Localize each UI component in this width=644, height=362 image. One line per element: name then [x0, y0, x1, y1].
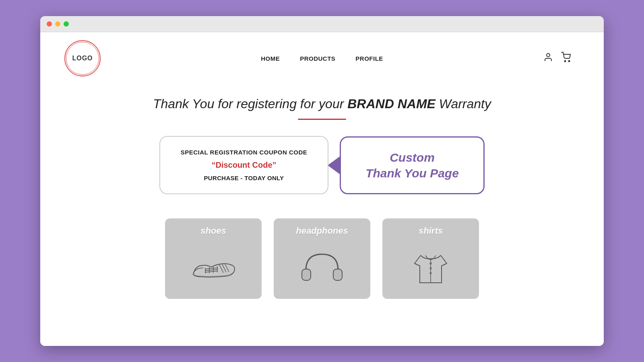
svg-point-2	[569, 61, 570, 62]
product-label-shirts: shirts	[419, 226, 443, 236]
coupon-box: SPECIAL REGISTRATION COUPON CODE “Discou…	[159, 136, 328, 194]
promo-row: SPECIAL REGISTRATION COUPON CODE “Discou…	[72, 136, 572, 194]
nav-icons	[543, 52, 572, 65]
shoe-icon	[189, 240, 237, 292]
coupon-code: “Discount Code”	[180, 160, 308, 170]
shirt-icon	[409, 240, 453, 292]
product-label-headphones: headphones	[296, 226, 348, 236]
product-card-shirts[interactable]: shirts	[382, 218, 479, 299]
nav-link-home[interactable]: HOME	[261, 55, 280, 62]
page-title: Thank You for registering for your BRAND…	[72, 97, 572, 111]
products-row: shoes	[72, 218, 572, 299]
arrow-left-icon	[328, 156, 340, 174]
logo: LOGO	[64, 40, 101, 76]
custom-page-text: Custom Thank You Page	[361, 150, 463, 181]
custom-page-box: Custom Thank You Page	[340, 136, 485, 194]
svg-point-0	[547, 53, 550, 57]
nav-link-products[interactable]: PRODUCTS	[300, 55, 335, 62]
traffic-light-yellow[interactable]	[55, 21, 60, 27]
cart-icon[interactable]	[561, 52, 572, 65]
product-card-headphones[interactable]: headphones	[274, 218, 370, 299]
user-icon[interactable]	[543, 52, 553, 64]
browser-window: LOGO HOME PRODUCTS PROFILE	[40, 16, 604, 346]
product-card-shoes[interactable]: shoes	[165, 218, 262, 299]
coupon-cta: PURCHASE - TODAY ONLY	[180, 175, 308, 181]
browser-content: LOGO HOME PRODUCTS PROFILE	[40, 32, 604, 346]
coupon-label: SPECIAL REGISTRATION COUPON CODE	[180, 149, 308, 156]
svg-rect-4	[333, 269, 342, 280]
svg-rect-3	[302, 269, 311, 280]
headphones-icon	[300, 240, 344, 292]
navigation: LOGO HOME PRODUCTS PROFILE	[40, 32, 604, 84]
browser-titlebar	[40, 16, 604, 32]
svg-point-1	[565, 61, 566, 62]
main-content: Thank You for registering for your BRAND…	[40, 84, 604, 315]
nav-links: HOME PRODUCTS PROFILE	[261, 55, 383, 62]
traffic-light-red[interactable]	[47, 21, 52, 27]
product-label-shoes: shoes	[200, 226, 226, 236]
traffic-light-green[interactable]	[64, 21, 69, 27]
nav-link-profile[interactable]: PROFILE	[355, 55, 383, 62]
title-divider	[298, 119, 346, 120]
